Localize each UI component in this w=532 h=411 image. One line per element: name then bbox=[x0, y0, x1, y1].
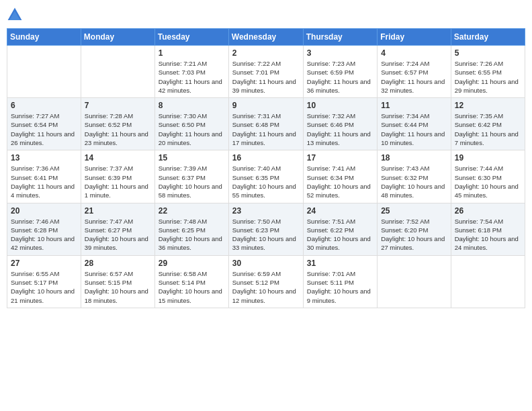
calendar-cell bbox=[451, 255, 525, 308]
day-info: Sunrise: 7:27 AMSunset: 6:54 PMDaylight:… bbox=[11, 111, 77, 147]
calendar-cell: 29Sunrise: 6:58 AMSunset: 5:14 PMDayligh… bbox=[154, 255, 228, 308]
day-number: 16 bbox=[232, 153, 300, 163]
calendar-cell: 13Sunrise: 7:36 AMSunset: 6:41 PMDayligh… bbox=[7, 150, 81, 203]
calendar-cell: 1Sunrise: 7:21 AMSunset: 7:03 PMDaylight… bbox=[154, 46, 228, 98]
day-info: Sunrise: 7:01 AMSunset: 5:11 PMDaylight:… bbox=[307, 269, 373, 305]
calendar-cell bbox=[378, 255, 451, 308]
day-number: 20 bbox=[11, 206, 77, 216]
day-number: 21 bbox=[85, 206, 151, 216]
day-number: 28 bbox=[85, 259, 151, 268]
calendar-cell: 12Sunrise: 7:35 AMSunset: 6:42 PMDayligh… bbox=[451, 98, 525, 150]
day-number: 6 bbox=[11, 101, 77, 110]
day-info: Sunrise: 7:32 AMSunset: 6:46 PMDaylight:… bbox=[307, 111, 373, 147]
day-info: Sunrise: 6:55 AMSunset: 5:17 PMDaylight:… bbox=[11, 269, 77, 305]
day-number: 15 bbox=[159, 153, 225, 163]
day-number: 17 bbox=[307, 153, 373, 163]
calendar-cell: 15Sunrise: 7:39 AMSunset: 6:37 PMDayligh… bbox=[154, 150, 228, 203]
week-row-3: 13Sunrise: 7:36 AMSunset: 6:41 PMDayligh… bbox=[7, 150, 525, 203]
calendar-cell: 3Sunrise: 7:23 AMSunset: 6:59 PMDaylight… bbox=[303, 46, 377, 98]
calendar-cell: 6Sunrise: 7:27 AMSunset: 6:54 PMDaylight… bbox=[7, 98, 81, 150]
day-info: Sunrise: 7:48 AMSunset: 6:25 PMDaylight:… bbox=[159, 217, 225, 253]
calendar-cell: 18Sunrise: 7:43 AMSunset: 6:32 PMDayligh… bbox=[378, 150, 451, 203]
day-info: Sunrise: 7:31 AMSunset: 6:48 PMDaylight:… bbox=[232, 111, 300, 147]
day-number: 26 bbox=[455, 206, 521, 216]
day-info: Sunrise: 6:58 AMSunset: 5:14 PMDaylight:… bbox=[159, 269, 225, 305]
day-info: Sunrise: 7:22 AMSunset: 7:01 PMDaylight:… bbox=[232, 59, 300, 95]
calendar-cell: 20Sunrise: 7:46 AMSunset: 6:28 PMDayligh… bbox=[7, 203, 81, 255]
day-info: Sunrise: 6:57 AMSunset: 5:15 PMDaylight:… bbox=[85, 269, 151, 305]
day-info: Sunrise: 7:37 AMSunset: 6:39 PMDaylight:… bbox=[85, 164, 151, 199]
day-number: 9 bbox=[232, 101, 300, 110]
day-number: 7 bbox=[85, 101, 151, 110]
calendar-cell: 14Sunrise: 7:37 AMSunset: 6:39 PMDayligh… bbox=[81, 150, 154, 203]
day-number: 29 bbox=[159, 259, 225, 268]
day-info: Sunrise: 7:41 AMSunset: 6:34 PMDaylight:… bbox=[307, 164, 373, 199]
calendar-cell: 11Sunrise: 7:34 AMSunset: 6:44 PMDayligh… bbox=[378, 98, 451, 150]
day-info: Sunrise: 7:35 AMSunset: 6:42 PMDaylight:… bbox=[455, 111, 521, 147]
day-number: 27 bbox=[11, 259, 77, 268]
week-row-2: 6Sunrise: 7:27 AMSunset: 6:54 PMDaylight… bbox=[7, 98, 525, 150]
calendar-cell: 9Sunrise: 7:31 AMSunset: 6:48 PMDaylight… bbox=[228, 98, 303, 150]
calendar-cell: 17Sunrise: 7:41 AMSunset: 6:34 PMDayligh… bbox=[303, 150, 377, 203]
calendar: SundayMondayTuesdayWednesdayThursdayFrid… bbox=[7, 28, 525, 308]
day-number: 5 bbox=[455, 48, 521, 58]
day-number: 12 bbox=[455, 101, 521, 110]
day-info: Sunrise: 7:50 AMSunset: 6:23 PMDaylight:… bbox=[232, 217, 300, 253]
calendar-cell: 28Sunrise: 6:57 AMSunset: 5:15 PMDayligh… bbox=[81, 255, 154, 308]
day-number: 14 bbox=[85, 153, 151, 163]
week-row-4: 20Sunrise: 7:46 AMSunset: 6:28 PMDayligh… bbox=[7, 203, 525, 255]
calendar-cell: 16Sunrise: 7:40 AMSunset: 6:35 PMDayligh… bbox=[228, 150, 303, 203]
header-day-friday: Friday bbox=[378, 29, 451, 46]
day-info: Sunrise: 7:34 AMSunset: 6:44 PMDaylight:… bbox=[381, 111, 447, 147]
week-row-5: 27Sunrise: 6:55 AMSunset: 5:17 PMDayligh… bbox=[7, 255, 525, 308]
header-row: SundayMondayTuesdayWednesdayThursdayFrid… bbox=[7, 29, 525, 46]
day-number: 25 bbox=[381, 206, 447, 216]
day-info: Sunrise: 7:44 AMSunset: 6:30 PMDaylight:… bbox=[455, 164, 521, 199]
day-info: Sunrise: 7:46 AMSunset: 6:28 PMDaylight:… bbox=[11, 217, 77, 253]
day-number: 18 bbox=[381, 153, 447, 163]
calendar-cell: 10Sunrise: 7:32 AMSunset: 6:46 PMDayligh… bbox=[303, 98, 377, 150]
day-info: Sunrise: 7:47 AMSunset: 6:27 PMDaylight:… bbox=[85, 217, 151, 253]
day-info: Sunrise: 7:24 AMSunset: 6:57 PMDaylight:… bbox=[381, 59, 447, 95]
day-number: 2 bbox=[232, 48, 300, 58]
calendar-cell: 7Sunrise: 7:28 AMSunset: 6:52 PMDaylight… bbox=[81, 98, 154, 150]
calendar-cell bbox=[7, 46, 81, 98]
day-number: 23 bbox=[232, 206, 300, 216]
header-day-tuesday: Tuesday bbox=[154, 29, 228, 46]
day-number: 13 bbox=[11, 153, 77, 163]
calendar-body: 1Sunrise: 7:21 AMSunset: 7:03 PMDaylight… bbox=[7, 46, 525, 308]
day-number: 1 bbox=[159, 48, 225, 58]
week-row-1: 1Sunrise: 7:21 AMSunset: 7:03 PMDaylight… bbox=[7, 46, 525, 98]
day-info: Sunrise: 7:28 AMSunset: 6:52 PMDaylight:… bbox=[85, 111, 151, 147]
calendar-cell: 26Sunrise: 7:54 AMSunset: 6:18 PMDayligh… bbox=[451, 203, 525, 255]
logo-icon bbox=[7, 7, 23, 23]
calendar-cell: 8Sunrise: 7:30 AMSunset: 6:50 PMDaylight… bbox=[154, 98, 228, 150]
logo bbox=[7, 7, 26, 23]
day-number: 4 bbox=[381, 48, 447, 58]
header-day-saturday: Saturday bbox=[451, 29, 525, 46]
day-number: 8 bbox=[159, 101, 225, 110]
day-number: 10 bbox=[307, 101, 373, 110]
calendar-cell: 30Sunrise: 6:59 AMSunset: 5:12 PMDayligh… bbox=[228, 255, 303, 308]
calendar-cell: 22Sunrise: 7:48 AMSunset: 6:25 PMDayligh… bbox=[154, 203, 228, 255]
calendar-cell: 2Sunrise: 7:22 AMSunset: 7:01 PMDaylight… bbox=[228, 46, 303, 98]
page-header bbox=[7, 7, 525, 23]
day-number: 22 bbox=[159, 206, 225, 216]
calendar-cell bbox=[81, 46, 154, 98]
calendar-cell: 31Sunrise: 7:01 AMSunset: 5:11 PMDayligh… bbox=[303, 255, 377, 308]
day-info: Sunrise: 7:43 AMSunset: 6:32 PMDaylight:… bbox=[381, 164, 447, 199]
calendar-cell: 19Sunrise: 7:44 AMSunset: 6:30 PMDayligh… bbox=[451, 150, 525, 203]
calendar-cell: 4Sunrise: 7:24 AMSunset: 6:57 PMDaylight… bbox=[378, 46, 451, 98]
header-day-sunday: Sunday bbox=[7, 29, 81, 46]
day-number: 3 bbox=[307, 48, 373, 58]
day-info: Sunrise: 7:23 AMSunset: 6:59 PMDaylight:… bbox=[307, 59, 373, 95]
day-number: 31 bbox=[307, 259, 373, 268]
calendar-cell: 23Sunrise: 7:50 AMSunset: 6:23 PMDayligh… bbox=[228, 203, 303, 255]
day-info: Sunrise: 7:21 AMSunset: 7:03 PMDaylight:… bbox=[159, 59, 225, 95]
day-info: Sunrise: 7:30 AMSunset: 6:50 PMDaylight:… bbox=[159, 111, 225, 147]
day-info: Sunrise: 7:54 AMSunset: 6:18 PMDaylight:… bbox=[455, 217, 521, 253]
day-info: Sunrise: 7:26 AMSunset: 6:55 PMDaylight:… bbox=[455, 59, 521, 95]
day-info: Sunrise: 7:51 AMSunset: 6:22 PMDaylight:… bbox=[307, 217, 373, 253]
day-number: 30 bbox=[232, 259, 300, 268]
calendar-header: SundayMondayTuesdayWednesdayThursdayFrid… bbox=[7, 29, 525, 46]
